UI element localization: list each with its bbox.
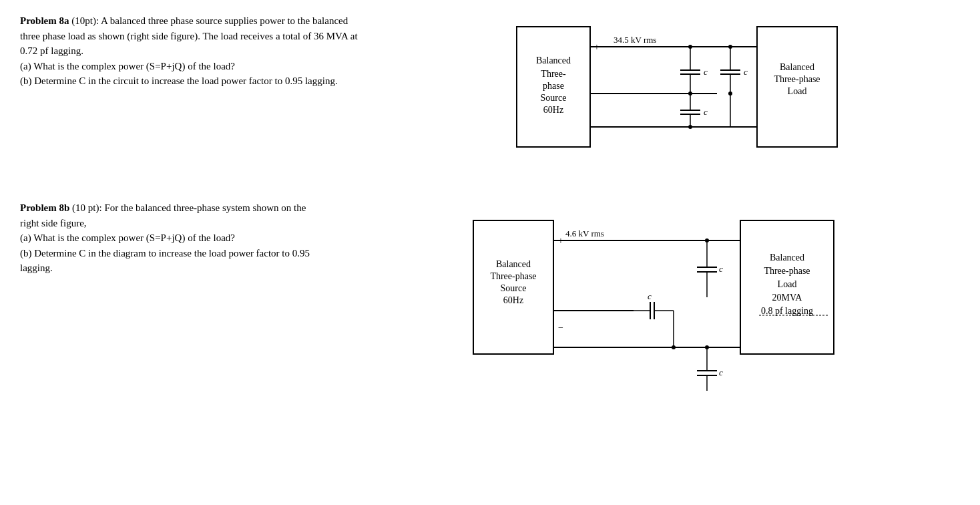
svg-text:Three-phase: Three-phase xyxy=(774,74,820,84)
svg-text:60Hz: 60Hz xyxy=(543,105,563,115)
svg-point-68 xyxy=(705,345,709,349)
svg-point-28 xyxy=(728,45,732,49)
circuit-8a-svg: Balanced Three- phase Source 60Hz + − 34… xyxy=(510,13,844,174)
problem-8b-row: Problem 8b (10 pt): For the balanced thr… xyxy=(20,200,960,401)
svg-text:Balanced: Balanced xyxy=(780,62,814,72)
svg-text:34.5 kV rms: 34.5 kV rms xyxy=(614,35,656,45)
circuit-8b-svg: Balanced Three-phase Source 60Hz + − 4.6… xyxy=(467,200,840,401)
problem-8b-text: Problem 8b (10 pt): For the balanced thr… xyxy=(20,200,320,276)
svg-text:60Hz: 60Hz xyxy=(503,295,523,305)
problem-8b-title: Problem 8b xyxy=(20,202,69,213)
svg-text:4.6 kV rms: 4.6 kV rms xyxy=(565,228,604,238)
svg-text:c: c xyxy=(719,264,723,274)
problem-8a-text: Problem 8a (10pt): A balanced three phas… xyxy=(20,13,367,89)
problem-8a-title-suffix: (10pt): A balanced three phase source su… xyxy=(20,15,358,56)
svg-point-29 xyxy=(688,92,692,96)
svg-point-69 xyxy=(705,238,709,242)
svg-text:Three-: Three- xyxy=(541,69,566,79)
svg-text:−: − xyxy=(558,323,563,333)
svg-text:c: c xyxy=(704,67,708,77)
svg-text:Load: Load xyxy=(778,279,797,289)
svg-text:20MVA: 20MVA xyxy=(772,293,803,303)
problem-8a-row: Problem 8a (10pt): A balanced three phas… xyxy=(20,13,960,174)
svg-text:c: c xyxy=(719,367,723,377)
svg-text:Balanced: Balanced xyxy=(536,55,571,65)
svg-text:Three-phase: Three-phase xyxy=(764,266,810,276)
problem-8b-circuit: Balanced Three-phase Source 60Hz + − 4.6… xyxy=(347,200,960,401)
svg-text:Balanced: Balanced xyxy=(770,252,804,263)
problem-8a-part-b: (b) Determine C in the circuit to increa… xyxy=(20,73,367,89)
svg-text:0.8 pf lagging: 0.8 pf lagging xyxy=(761,306,813,316)
problem-8a-title: Problem 8a xyxy=(20,15,69,26)
svg-text:Source: Source xyxy=(541,93,567,103)
svg-text:Load: Load xyxy=(788,86,807,96)
problem-8a-part-a: (a) What is the complex power (S=P+jQ) o… xyxy=(20,59,367,74)
svg-text:c: c xyxy=(744,67,748,77)
problem-8b-part-a: (a) What is the complex power (S=P+jQ) o… xyxy=(20,230,320,246)
page-content: Problem 8a (10pt): A balanced three phas… xyxy=(20,13,960,401)
svg-text:phase: phase xyxy=(543,81,564,91)
svg-text:Balanced: Balanced xyxy=(496,259,531,269)
svg-point-67 xyxy=(672,345,676,349)
svg-text:Source: Source xyxy=(501,283,527,293)
svg-text:Three-phase: Three-phase xyxy=(490,271,536,281)
svg-text:c: c xyxy=(704,107,708,117)
problem-8a-circuit: Balanced Three- phase Source 60Hz + − 34… xyxy=(394,13,960,174)
svg-point-27 xyxy=(688,45,692,49)
svg-text:c: c xyxy=(648,291,652,301)
problem-8b-part-b: (b) Determine C in the diagram to increa… xyxy=(20,246,320,276)
svg-point-30 xyxy=(688,125,692,129)
